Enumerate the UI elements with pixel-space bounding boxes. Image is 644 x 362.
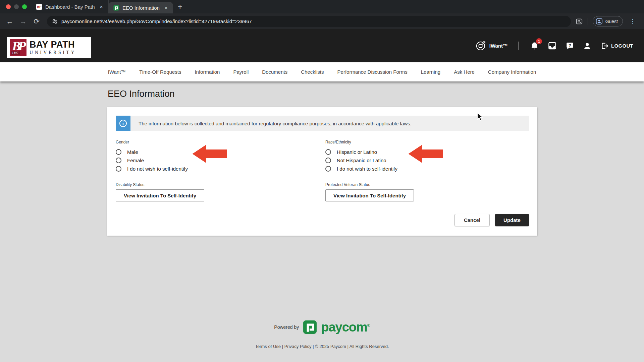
radio-icon: [325, 149, 331, 155]
registered-mark: ®: [367, 323, 370, 328]
paycom-logo-icon: [303, 320, 317, 334]
info-banner: The information below is collected and m…: [116, 116, 529, 131]
powered-by-text: Powered by: [274, 324, 299, 330]
tab-close-icon[interactable]: ×: [98, 4, 104, 10]
notification-badge: 1: [536, 38, 542, 44]
radio-label: Male: [127, 149, 138, 155]
nav-item-iwant[interactable]: IWant™: [108, 69, 126, 75]
footer-separator: |: [282, 344, 283, 349]
app-header: BP 1897 BAY PATH UNIVERSITY IWant™ 1: [0, 29, 644, 62]
radio-icon: [116, 149, 121, 155]
nav-item-time-off-requests[interactable]: Time-Off Requests: [139, 69, 181, 75]
tab-eeo-information[interactable]: EEO Information ×: [109, 2, 173, 13]
race-option-no-self-identify[interactable]: I do not wish to self-identify: [325, 165, 397, 173]
radio-label: Female: [127, 158, 144, 163]
site-settings-icon[interactable]: [52, 18, 58, 24]
race-option-not-hispanic[interactable]: Not Hispanic or Latino: [325, 156, 397, 165]
info-icon: [119, 119, 127, 128]
nav-item-performance-discussion-forms[interactable]: Performance Discussion Forms: [337, 69, 408, 75]
race-ethnicity-label: Race/Ethnicity: [325, 140, 397, 144]
tab-close-icon[interactable]: ×: [163, 5, 169, 11]
main-navigation: IWant™ Time-Off Requests Information Pay…: [0, 62, 644, 81]
radio-icon: [325, 158, 331, 163]
terms-of-use-link[interactable]: Terms of Use: [255, 344, 281, 349]
veteran-status-group: Protected Veteran Status View Invitation…: [325, 182, 414, 201]
window-close-button[interactable]: [6, 4, 11, 9]
logo-line1: BAY PATH: [30, 40, 76, 49]
logout-icon: [600, 42, 609, 50]
powered-by-footer: Powered by paycom®: [0, 320, 644, 334]
nav-item-information[interactable]: Information: [195, 69, 220, 75]
logo-year: 1897: [11, 51, 20, 55]
logout-label: LOGOUT: [611, 43, 633, 49]
browser-menu-icon[interactable]: ⋮: [628, 17, 638, 25]
window-minimize-button[interactable]: [14, 4, 19, 9]
footer-separator: |: [313, 344, 314, 349]
window-controls: [0, 4, 32, 9]
update-button[interactable]: Update: [495, 214, 529, 226]
profile-button[interactable]: Guest: [593, 16, 623, 26]
paycom-brand-text: paycom: [321, 320, 367, 334]
nav-item-learning[interactable]: Learning: [421, 69, 440, 75]
gender-option-male[interactable]: Male: [116, 148, 188, 156]
forward-button[interactable]: →: [17, 16, 29, 27]
inbox-button[interactable]: [548, 41, 557, 50]
radio-label: I do not wish to self-identify: [337, 166, 397, 172]
bay-path-logo: BP 1897 BAY PATH UNIVERSITY: [7, 37, 91, 58]
nav-item-payroll[interactable]: Payroll: [233, 69, 249, 75]
red-arrow-annotation-gender: [192, 144, 227, 164]
info-banner-text: The information below is collected and m…: [130, 121, 412, 126]
profile-label: Guest: [605, 19, 618, 24]
privacy-policy-link[interactable]: Privacy Policy: [284, 344, 312, 349]
url-text: paycomonline.net/v4/ee/web.php/GovComp/i…: [61, 18, 252, 24]
gender-label: Gender: [116, 140, 188, 144]
bay-path-monogram: BP 1897: [10, 39, 26, 56]
help-icon: ?: [566, 42, 574, 50]
radio-label: Not Hispanic or Latino: [337, 158, 386, 163]
disability-status-label: Disability Status: [116, 182, 204, 187]
account-button[interactable]: [583, 42, 592, 50]
iwant-button[interactable]: IWant™: [476, 41, 508, 51]
reload-button[interactable]: ⟳: [31, 16, 42, 27]
search-tabs-icon[interactable]: [576, 18, 583, 25]
help-button[interactable]: ?: [566, 42, 574, 50]
inbox-tray-icon: [548, 41, 557, 50]
window-zoom-button[interactable]: [22, 4, 27, 9]
notifications-button[interactable]: 1: [530, 41, 539, 50]
iwant-label: IWant™: [489, 43, 508, 49]
disability-status-group: Disability Status View Invitation To Sel…: [116, 182, 204, 201]
nav-item-ask-here[interactable]: Ask Here: [454, 69, 475, 75]
cancel-button[interactable]: Cancel: [454, 214, 490, 226]
radio-icon: [116, 166, 121, 172]
page-title: EEO Information: [108, 89, 175, 99]
radio-label: I do not wish to self-identify: [127, 166, 188, 172]
radio-icon: [325, 166, 331, 172]
tab-title: Dashboard - Bay Path Univers: [45, 4, 95, 10]
mouse-cursor: [477, 113, 484, 121]
veteran-view-invitation-button[interactable]: View Invitation To Self-Identify: [325, 189, 414, 201]
copyright-text: © 2025 Paycom | All Rights Reserved.: [315, 344, 389, 349]
gender-option-female[interactable]: Female: [116, 156, 188, 165]
nav-item-documents[interactable]: Documents: [262, 69, 287, 75]
nav-item-checklists[interactable]: Checklists: [301, 69, 324, 75]
gender-group: Gender Male Female I do not wish to self…: [116, 140, 188, 173]
radio-label: Hispanic or Latino: [337, 149, 377, 155]
browser-tab-bar: BP Dashboard - Bay Path Univers × EEO In…: [0, 0, 644, 13]
new-tab-button[interactable]: +: [173, 0, 187, 13]
back-button[interactable]: ←: [4, 16, 15, 27]
radio-icon: [116, 158, 121, 163]
nav-item-company-information[interactable]: Company Information: [488, 69, 536, 75]
tab-dashboard[interactable]: BP Dashboard - Bay Path Univers ×: [32, 0, 109, 13]
header-divider: [519, 42, 519, 50]
red-arrow-annotation-race: [408, 144, 443, 164]
page-content: EEO Information The information below is…: [0, 81, 644, 362]
disability-view-invitation-button[interactable]: View Invitation To Self-Identify: [116, 189, 204, 201]
iwant-icon: [476, 41, 486, 51]
svg-text:?: ?: [569, 43, 571, 48]
address-bar[interactable]: paycomonline.net/v4/ee/web.php/GovComp/i…: [47, 16, 571, 27]
logout-button[interactable]: LOGOUT: [600, 42, 633, 50]
veteran-status-label: Protected Veteran Status: [325, 182, 414, 187]
guest-avatar-icon: [596, 18, 603, 25]
race-option-hispanic[interactable]: Hispanic or Latino: [325, 148, 397, 156]
gender-option-no-self-identify[interactable]: I do not wish to self-identify: [116, 165, 188, 173]
